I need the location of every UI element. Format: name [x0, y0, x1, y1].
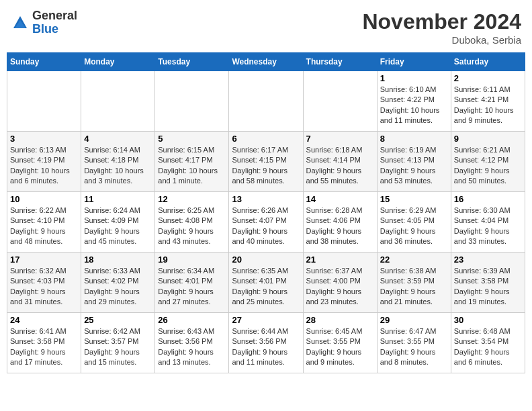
- calendar-cell: 13Sunrise: 6:26 AM Sunset: 4:07 PM Dayli…: [229, 192, 303, 253]
- day-number: 9: [454, 134, 522, 144]
- day-info: Sunrise: 6:47 AM Sunset: 3:55 PM Dayligh…: [380, 326, 448, 368]
- day-number: 22: [380, 255, 448, 265]
- day-number: 13: [232, 194, 300, 204]
- day-info: Sunrise: 6:18 AM Sunset: 4:14 PM Dayligh…: [306, 145, 374, 187]
- day-info: Sunrise: 6:34 AM Sunset: 4:01 PM Dayligh…: [158, 266, 226, 308]
- day-number: 8: [380, 134, 448, 144]
- day-number: 16: [454, 194, 522, 204]
- day-number: 5: [158, 134, 226, 144]
- day-info: Sunrise: 6:48 AM Sunset: 3:54 PM Dayligh…: [454, 326, 522, 368]
- day-info: Sunrise: 6:38 AM Sunset: 3:59 PM Dayligh…: [380, 266, 448, 308]
- calendar-cell: 21Sunrise: 6:37 AM Sunset: 4:00 PM Dayli…: [303, 253, 377, 313]
- calendar-cell: 29Sunrise: 6:47 AM Sunset: 3:55 PM Dayli…: [377, 313, 451, 373]
- day-number: 17: [10, 255, 78, 265]
- day-number: 12: [158, 194, 226, 204]
- calendar-cell: 8Sunrise: 6:19 AM Sunset: 4:13 PM Daylig…: [377, 132, 451, 192]
- calendar-cell: 16Sunrise: 6:30 AM Sunset: 4:04 PM Dayli…: [451, 192, 525, 253]
- day-info: Sunrise: 6:30 AM Sunset: 4:04 PM Dayligh…: [454, 205, 522, 247]
- day-number: 10: [10, 194, 78, 204]
- calendar-week-row: 24Sunrise: 6:41 AM Sunset: 3:58 PM Dayli…: [7, 313, 525, 373]
- calendar-cell: 15Sunrise: 6:29 AM Sunset: 4:05 PM Dayli…: [377, 192, 451, 253]
- day-of-week-header: Sunday: [7, 53, 81, 71]
- day-number: 24: [10, 315, 78, 325]
- calendar-body: 1Sunrise: 6:10 AM Sunset: 4:22 PM Daylig…: [7, 71, 525, 373]
- day-number: 23: [454, 255, 522, 265]
- day-info: Sunrise: 6:33 AM Sunset: 4:02 PM Dayligh…: [84, 266, 152, 308]
- day-info: Sunrise: 6:22 AM Sunset: 4:10 PM Dayligh…: [10, 205, 78, 247]
- calendar-week-row: 10Sunrise: 6:22 AM Sunset: 4:10 PM Dayli…: [7, 192, 525, 253]
- day-of-week-header: Monday: [81, 53, 155, 71]
- day-number: 30: [454, 315, 522, 325]
- day-info: Sunrise: 6:35 AM Sunset: 4:01 PM Dayligh…: [232, 266, 300, 308]
- day-info: Sunrise: 6:15 AM Sunset: 4:17 PM Dayligh…: [158, 145, 226, 187]
- calendar-cell: 2Sunrise: 6:11 AM Sunset: 4:21 PM Daylig…: [451, 71, 525, 132]
- calendar-cell: [7, 71, 81, 132]
- day-number: 1: [380, 73, 448, 83]
- day-number: 26: [158, 315, 226, 325]
- day-of-week-header: Wednesday: [229, 53, 303, 71]
- calendar-cell: 17Sunrise: 6:32 AM Sunset: 4:03 PM Dayli…: [7, 253, 81, 313]
- calendar-cell: 26Sunrise: 6:43 AM Sunset: 3:56 PM Dayli…: [155, 313, 229, 373]
- calendar-cell: [303, 71, 377, 132]
- calendar-cell: [81, 71, 155, 132]
- day-info: Sunrise: 6:42 AM Sunset: 3:57 PM Dayligh…: [84, 326, 152, 368]
- day-info: Sunrise: 6:44 AM Sunset: 3:56 PM Dayligh…: [232, 326, 300, 368]
- calendar-cell: 9Sunrise: 6:21 AM Sunset: 4:12 PM Daylig…: [451, 132, 525, 192]
- day-number: 21: [306, 255, 374, 265]
- day-number: 2: [454, 73, 522, 83]
- day-of-week-header: Thursday: [303, 53, 377, 71]
- calendar-table: SundayMondayTuesdayWednesdayThursdayFrid…: [7, 52, 525, 373]
- calendar-cell: 22Sunrise: 6:38 AM Sunset: 3:59 PM Dayli…: [377, 253, 451, 313]
- day-info: Sunrise: 6:29 AM Sunset: 4:05 PM Dayligh…: [380, 205, 448, 247]
- calendar-week-row: 1Sunrise: 6:10 AM Sunset: 4:22 PM Daylig…: [7, 71, 525, 132]
- day-number: 20: [232, 255, 300, 265]
- day-info: Sunrise: 6:32 AM Sunset: 4:03 PM Dayligh…: [10, 266, 78, 308]
- day-number: 15: [380, 194, 448, 204]
- day-number: 11: [84, 194, 152, 204]
- day-number: 18: [84, 255, 152, 265]
- calendar-cell: 27Sunrise: 6:44 AM Sunset: 3:56 PM Dayli…: [229, 313, 303, 373]
- calendar-cell: 7Sunrise: 6:18 AM Sunset: 4:14 PM Daylig…: [303, 132, 377, 192]
- calendar-cell: 5Sunrise: 6:15 AM Sunset: 4:17 PM Daylig…: [155, 132, 229, 192]
- calendar-cell: 25Sunrise: 6:42 AM Sunset: 3:57 PM Dayli…: [81, 313, 155, 373]
- logo-icon: [11, 13, 30, 32]
- calendar-cell: 14Sunrise: 6:28 AM Sunset: 4:06 PM Dayli…: [303, 192, 377, 253]
- calendar-cell: 3Sunrise: 6:13 AM Sunset: 4:19 PM Daylig…: [7, 132, 81, 192]
- calendar-cell: 28Sunrise: 6:45 AM Sunset: 3:55 PM Dayli…: [303, 313, 377, 373]
- calendar-cell: 18Sunrise: 6:33 AM Sunset: 4:02 PM Dayli…: [81, 253, 155, 313]
- day-number: 14: [306, 194, 374, 204]
- day-number: 27: [232, 315, 300, 325]
- day-info: Sunrise: 6:43 AM Sunset: 3:56 PM Dayligh…: [158, 326, 226, 368]
- calendar-week-row: 17Sunrise: 6:32 AM Sunset: 4:03 PM Dayli…: [7, 253, 525, 313]
- day-info: Sunrise: 6:17 AM Sunset: 4:15 PM Dayligh…: [232, 145, 300, 187]
- day-number: 7: [306, 134, 374, 144]
- calendar-header-row: SundayMondayTuesdayWednesdayThursdayFrid…: [7, 53, 525, 71]
- day-number: 19: [158, 255, 226, 265]
- calendar-week-row: 3Sunrise: 6:13 AM Sunset: 4:19 PM Daylig…: [7, 132, 525, 192]
- day-info: Sunrise: 6:11 AM Sunset: 4:21 PM Dayligh…: [454, 85, 522, 126]
- calendar-cell: 20Sunrise: 6:35 AM Sunset: 4:01 PM Dayli…: [229, 253, 303, 313]
- calendar-cell: 10Sunrise: 6:22 AM Sunset: 4:10 PM Dayli…: [7, 192, 81, 253]
- day-info: Sunrise: 6:39 AM Sunset: 3:58 PM Dayligh…: [454, 266, 522, 308]
- logo-blue: Blue: [32, 23, 77, 36]
- day-info: Sunrise: 6:14 AM Sunset: 4:18 PM Dayligh…: [84, 145, 152, 187]
- calendar-cell: 11Sunrise: 6:24 AM Sunset: 4:09 PM Dayli…: [81, 192, 155, 253]
- day-info: Sunrise: 6:37 AM Sunset: 4:00 PM Dayligh…: [306, 266, 374, 308]
- location: Duboka, Serbia: [362, 34, 521, 46]
- month-title: November 2024: [362, 9, 521, 34]
- day-info: Sunrise: 6:25 AM Sunset: 4:08 PM Dayligh…: [158, 205, 226, 247]
- calendar-cell: 12Sunrise: 6:25 AM Sunset: 4:08 PM Dayli…: [155, 192, 229, 253]
- page-header: General Blue November 2024 Duboka, Serbi…: [7, 7, 525, 48]
- day-info: Sunrise: 6:13 AM Sunset: 4:19 PM Dayligh…: [10, 145, 78, 187]
- day-number: 4: [84, 134, 152, 144]
- title-block: November 2024 Duboka, Serbia: [362, 9, 521, 46]
- logo: General Blue: [11, 9, 77, 36]
- day-number: 3: [10, 134, 78, 144]
- logo-general: General: [32, 9, 77, 23]
- day-info: Sunrise: 6:10 AM Sunset: 4:22 PM Dayligh…: [380, 85, 448, 126]
- calendar-cell: 24Sunrise: 6:41 AM Sunset: 3:58 PM Dayli…: [7, 313, 81, 373]
- day-info: Sunrise: 6:24 AM Sunset: 4:09 PM Dayligh…: [84, 205, 152, 247]
- calendar-cell: [229, 71, 303, 132]
- calendar-cell: [155, 71, 229, 132]
- calendar-cell: 19Sunrise: 6:34 AM Sunset: 4:01 PM Dayli…: [155, 253, 229, 313]
